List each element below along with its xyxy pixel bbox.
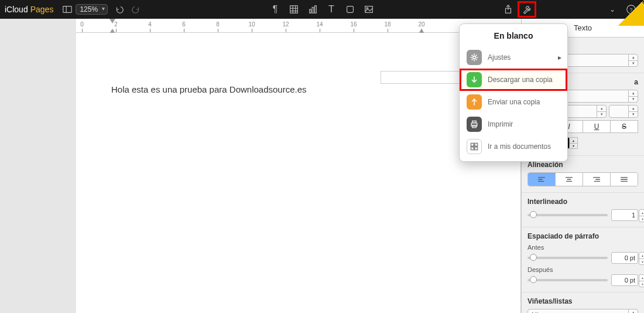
svg-rect-33: [472, 121, 476, 123]
svg-rect-10: [347, 6, 354, 13]
tools-menu-popup: En blanco Ajustes ▸ Descargar una copia …: [459, 23, 568, 162]
menu-item-download-label: Descargar una copia: [488, 76, 553, 84]
svg-rect-0: [63, 6, 71, 13]
ruler[interactable]: 02468101214161820: [76, 19, 521, 33]
alignment-label: Alineación: [527, 161, 638, 169]
line-spacing-slider[interactable]: [527, 214, 608, 216]
menu-item-download[interactable]: Descargar una copia: [460, 69, 567, 91]
ruler-number: 18: [384, 21, 390, 28]
ruler-number: 8: [216, 21, 220, 28]
share-icon[interactable]: [500, 2, 516, 16]
svg-rect-8: [312, 7, 314, 13]
svg-point-29: [473, 56, 476, 59]
chevron-right-icon: ▸: [558, 53, 561, 62]
after-label: Después: [527, 266, 638, 273]
send-icon: [467, 94, 482, 110]
beta-badge: beta: [618, 0, 644, 26]
grid-icon: [467, 139, 482, 154]
menu-item-send[interactable]: Enviar una copia: [460, 91, 567, 113]
document-area: 02468101214161820 Hola esta es una prueb…: [0, 19, 521, 313]
ruler-number: 14: [316, 21, 323, 28]
underline-button[interactable]: U: [583, 120, 610, 133]
ruler-number: 6: [182, 21, 186, 28]
after-spacing-slider[interactable]: [527, 279, 608, 281]
redo-icon[interactable]: [128, 2, 144, 16]
shape-icon[interactable]: [342, 2, 358, 16]
line-spacing-value[interactable]: 1▴▾: [611, 209, 638, 221]
menu-item-send-label: Enviar una copia: [488, 98, 540, 106]
brand: iCloud Pages: [5, 5, 53, 14]
insert-toolbar: ¶ T: [267, 2, 377, 16]
zoom-select[interactable]: 125%: [76, 4, 108, 15]
align-left-button[interactable]: [528, 173, 556, 186]
menu-item-print[interactable]: Imprimir: [460, 113, 567, 135]
menu-item-goto-docs-label: Ir a mis documentos: [488, 142, 551, 151]
align-right-button[interactable]: [583, 173, 611, 186]
strikethrough-button[interactable]: S: [610, 120, 638, 133]
ruler-number: 2: [114, 21, 118, 28]
document-body-text[interactable]: Hola esta es una prueba para Downloadsou…: [111, 84, 485, 94]
top-toolbar: iCloud Pages 125% ¶ T: [0, 0, 644, 19]
svg-rect-37: [471, 147, 474, 150]
svg-rect-38: [475, 147, 478, 150]
menu-item-print-label: Imprimir: [488, 120, 513, 128]
ruler-number: 16: [350, 21, 357, 28]
pilcrow-icon[interactable]: ¶: [267, 2, 283, 16]
menu-item-goto-docs[interactable]: Ir a mis documentos: [460, 135, 567, 158]
svg-rect-36: [475, 143, 478, 146]
printer-icon: [467, 117, 482, 132]
chart-icon[interactable]: [304, 2, 321, 16]
textbox-icon[interactable]: T: [323, 2, 340, 16]
tools-wrench-icon[interactable]: [519, 2, 535, 16]
svg-rect-7: [310, 9, 311, 13]
menu-item-settings-label: Ajustes: [488, 53, 511, 62]
undo-icon[interactable]: [111, 2, 128, 16]
table-icon[interactable]: [286, 2, 302, 16]
gear-icon: [467, 50, 482, 65]
bullets-label: Viñetas/listas: [527, 297, 638, 305]
ruler-number: 10: [248, 21, 255, 28]
image-icon[interactable]: [361, 2, 377, 16]
svg-rect-2: [290, 6, 298, 13]
svg-rect-35: [471, 143, 474, 146]
before-spacing-value[interactable]: 0 pt▴▾: [611, 252, 638, 264]
panels-toggle-icon[interactable]: [59, 2, 76, 16]
font-size-input[interactable]: ▴▾: [609, 105, 638, 118]
tools-menu-title: En blanco: [460, 31, 567, 40]
before-label: Antes: [527, 244, 638, 251]
brand-icloud: iCloud: [5, 5, 28, 14]
page-canvas[interactable]: Hola esta es una prueba para Downloadsou…: [76, 33, 521, 313]
ruler-number: 20: [418, 21, 424, 28]
menu-item-settings[interactable]: Ajustes ▸: [460, 46, 567, 69]
bullets-select[interactable]: Ninguno▴▾: [527, 309, 638, 313]
alignment-group: [527, 172, 638, 186]
before-spacing-slider[interactable]: [527, 257, 608, 259]
paragraph-spacing-label: Espaciado de párrafo: [527, 232, 638, 240]
download-icon: [467, 72, 482, 87]
align-justify-button[interactable]: [611, 173, 638, 186]
svg-rect-9: [315, 6, 317, 13]
brand-app: Pages: [30, 5, 54, 14]
after-spacing-value[interactable]: 0 pt▴▾: [611, 274, 638, 286]
ruler-number: 12: [282, 21, 289, 28]
ruler-number: 0: [80, 21, 84, 28]
text-color-stepper[interactable]: ▴▾: [570, 137, 578, 149]
line-spacing-label: Interlineado: [527, 198, 638, 206]
align-center-button[interactable]: [556, 173, 583, 186]
ruler-number: 4: [148, 21, 152, 28]
zoom-value: 125%: [80, 5, 98, 13]
